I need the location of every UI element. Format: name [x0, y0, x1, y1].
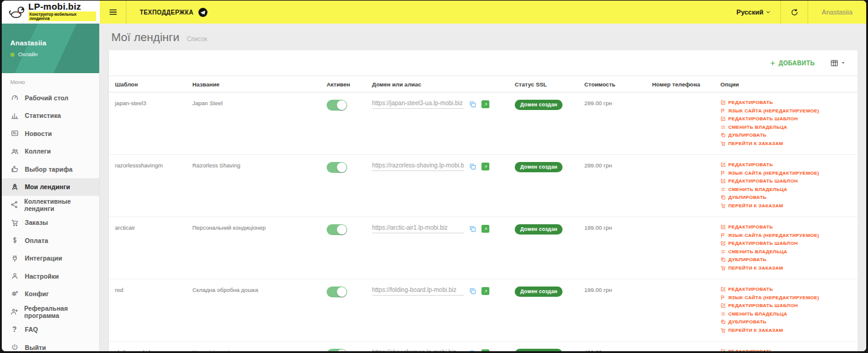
option-link-редактировать-шаблон[interactable]: РЕДАКТИРОВАТЬ ШАБЛОН — [720, 178, 858, 184]
sidebar-item-orders[interactable]: Заказы — [2, 214, 99, 232]
cell-phone — [646, 342, 714, 349]
cell-template: clothes and shoes — [109, 342, 186, 351]
open-site-icon[interactable] — [481, 163, 489, 170]
active-toggle[interactable] — [327, 224, 347, 235]
edit-icon — [720, 116, 726, 121]
option-link-перейти-к-заказам[interactable]: ПЕРЕЙТИ К ЗАКАЗАМ — [720, 141, 858, 146]
option-link-сменить-владельца[interactable]: СМЕНИТЬ ВЛАДЕЛЬЦА — [720, 249, 858, 254]
option-link-язык-сайта-нередактируемое-[interactable]: ЯЗЫК САЙТА (НЕРЕДАКТИРУЕМОЕ) — [720, 108, 858, 114]
active-toggle[interactable] — [327, 349, 347, 351]
sidebar-item-collective[interactable]: Коллективные лендинги — [2, 196, 99, 214]
cell-name: Персональний кондиціонер — [186, 217, 321, 231]
copy-domain-icon[interactable] — [469, 100, 477, 108]
active-toggle[interactable] — [327, 100, 347, 111]
cell-options: РЕДАКТИРОВАТЬЯЗЫК САЙТА (НЕРЕДАКТИРУЕМОЕ… — [714, 279, 858, 333]
option-link-язык-сайта-нередактируемое-[interactable]: ЯЗЫК САЙТА (НЕРЕДАКТИРУЕМОЕ) — [720, 170, 858, 176]
copy-domain-icon[interactable] — [469, 349, 477, 351]
sidebar-item-stats[interactable]: Статистика — [2, 107, 99, 125]
option-link-язык-сайта-нередактируемое-[interactable]: ЯЗЫК САЙТА (НЕРЕДАКТИРУЕМОЕ) — [720, 233, 858, 238]
sidebar-item-integrations[interactable]: Интеграции — [2, 250, 99, 268]
copy-domain-icon[interactable] — [469, 225, 477, 233]
ssl-status-badge: Домен создан — [515, 100, 563, 110]
open-site-icon[interactable] — [481, 100, 489, 108]
option-link-редактировать[interactable]: РЕДАКТИРОВАТЬ — [720, 224, 858, 230]
option-link-дублировать[interactable]: ДУБЛИРОВАТЬ — [720, 195, 858, 200]
sidebar-item-my-landings[interactable]: Мои лендинги — [2, 178, 99, 196]
option-link-сменить-владельца[interactable]: СМЕНИТЬ ВЛАДЕЛЬЦА — [720, 125, 858, 130]
option-link-дублировать[interactable]: ДУБЛИРОВАТЬ — [720, 132, 858, 138]
option-link-сменить-владельца[interactable]: СМЕНИТЬ ВЛАДЕЛЬЦА — [720, 311, 858, 317]
ssl-status-badge: Домен создан — [515, 349, 563, 351]
sidebar-item-label: Оплата — [25, 237, 48, 244]
copy-domain-icon[interactable] — [469, 163, 477, 170]
sidebar-item-tariff[interactable]: Выбор тарифа — [2, 160, 99, 178]
edit-icon — [720, 303, 726, 308]
option-link-редактировать[interactable]: РЕДАКТИРОВАТЬ — [720, 100, 858, 105]
option-link-редактировать[interactable]: РЕДАКТИРОВАТЬ — [720, 162, 858, 167]
domain-input[interactable]: https://razorless-shaving.lp-mobi.biz — [372, 162, 464, 171]
sidebar-item-config[interactable]: Конфиг — [2, 285, 99, 303]
topbar-username[interactable]: Anastasiia — [808, 1, 866, 24]
domain-input[interactable]: https://folding-board.lp-mobi.biz — [372, 287, 464, 296]
domain-input[interactable]: https://arctic-air1.lp-mobi.biz — [372, 224, 464, 233]
option-link-редактировать-шаблон[interactable]: РЕДАКТИРОВАТЬ ШАБЛОН — [720, 303, 858, 308]
sidebar-item-payment[interactable]: Оплата — [2, 232, 99, 250]
sidebar-item-settings[interactable]: Настройки — [2, 267, 99, 285]
sidebar-menu: Рабочий столСтатистикаНовостиКоллегиВыбо… — [2, 89, 99, 351]
option-link-дублировать[interactable]: ДУБЛИРОВАТЬ — [720, 257, 858, 262]
refresh-button[interactable] — [780, 1, 808, 24]
option-link-редактировать-шаблон[interactable]: РЕДАКТИРОВАТЬ ШАБЛОН — [720, 116, 858, 121]
column-header: Номер телефона — [646, 81, 714, 88]
option-link-сменить-владельца[interactable]: СМЕНИТЬ ВЛАДЕЛЬЦА — [720, 187, 858, 192]
sidebar-item-colleagues[interactable]: Коллеги — [2, 143, 99, 161]
table-view-button[interactable] — [830, 59, 846, 67]
sidebar-item-desktop[interactable]: Рабочий стол — [2, 89, 99, 107]
page-header: Мої лендінги Список — [100, 24, 866, 50]
sidebar-item-referral[interactable]: Реферальная программа — [2, 303, 99, 321]
sidebar-item-label: FAQ — [25, 326, 38, 333]
edit-icon — [720, 162, 726, 167]
option-link-перейти-к-заказам[interactable]: ПЕРЕЙТИ К ЗАКАЗАМ — [720, 203, 858, 209]
external-link-icon — [483, 227, 488, 232]
add-landing-button[interactable]: ДОБАВИТЬ — [770, 60, 815, 66]
domain-input[interactable]: https://shoesformen.lp-mobi.biz — [372, 349, 464, 351]
sidebar-item-logout[interactable]: Выйти — [2, 338, 99, 351]
support-button[interactable]: ТЕХПОДДЕРЖКА — [126, 1, 221, 24]
cell-options: РЕДАКТИРОВАТЬЯЗЫК САЙТА (НЕРЕДАКТИРУЕМОЕ… — [714, 217, 858, 271]
copy-domain-icon[interactable] — [469, 287, 477, 295]
option-link-перейти-к-заказам[interactable]: ПЕРЕЙТИ К ЗАКАЗАМ — [720, 328, 858, 333]
option-link-редактировать[interactable]: РЕДАКТИРОВАТЬ — [720, 349, 858, 351]
column-header: Домен или алиас — [366, 81, 509, 88]
open-site-icon[interactable] — [481, 225, 489, 233]
open-site-icon[interactable] — [481, 349, 489, 351]
online-status-label: Онлайн — [18, 51, 38, 57]
language-selector[interactable]: Русский — [727, 1, 780, 24]
domain-input[interactable]: https://japan-steel3-ua.lp-mobi.biz — [372, 100, 464, 109]
topbar-yellow: ТЕХПОДДЕРЖКА Русский Anastasiia — [100, 1, 866, 24]
option-link-редактировать-шаблон[interactable]: РЕДАКТИРОВАТЬ ШАБЛОН — [720, 241, 858, 246]
user-plus-icon — [10, 308, 18, 316]
option-link-дублировать[interactable]: ДУБЛИРОВАТЬ — [720, 319, 858, 325]
dollar-icon — [11, 236, 19, 244]
option-link-редактировать[interactable]: РЕДАКТИРОВАТЬ — [720, 287, 858, 292]
cell-template: arcticair — [109, 217, 186, 231]
cell-phone — [646, 155, 714, 162]
sidebar-item-news[interactable]: Новости — [2, 125, 99, 143]
users-icon — [11, 147, 19, 155]
plus-icon — [770, 60, 775, 66]
open-site-icon[interactable] — [481, 287, 489, 295]
option-link-перейти-к-заказам[interactable]: ПЕРЕЙТИ К ЗАКАЗАМ — [720, 265, 858, 271]
option-link-язык-сайта-нередактируемое-[interactable]: ЯЗЫК САЙТА (НЕРЕДАКТИРУЕМОЕ) — [720, 295, 858, 300]
sidebar-item-faq[interactable]: ?FAQ — [2, 321, 99, 339]
cart-icon — [720, 265, 726, 271]
external-link-icon — [483, 164, 488, 169]
cart-icon — [720, 203, 726, 209]
cart-icon — [720, 328, 726, 333]
duplicate-icon — [720, 132, 726, 138]
active-toggle[interactable] — [327, 162, 347, 173]
active-toggle[interactable] — [327, 287, 347, 297]
flag-icon — [720, 233, 726, 238]
logo[interactable]: LP-mobi.biz Конструктор мобильных лендин… — [2, 1, 100, 24]
logo-title: LP-mobi.biz — [28, 2, 96, 11]
hamburger-menu-button[interactable] — [100, 1, 126, 24]
